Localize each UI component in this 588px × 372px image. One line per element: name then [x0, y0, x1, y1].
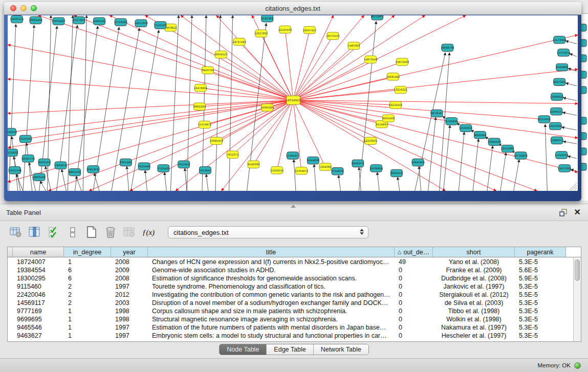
citation-edge-black[interactable]	[68, 15, 73, 191]
graph-node[interactable]: 17016504	[555, 151, 568, 159]
column-header-year[interactable]: year	[111, 247, 148, 257]
citation-edge-black[interactable]	[398, 177, 400, 191]
network-view-window[interactable]: citations_edges.txt 12125430122178971973…	[4, 2, 581, 201]
citation-edge-red[interactable]	[293, 90, 401, 100]
table-cell[interactable]: 9115460	[13, 283, 64, 290]
graph-node[interactable]: 11675305	[558, 165, 571, 172]
table-cell[interactable]: 0	[395, 324, 433, 331]
table-cell[interactable]: 5.3E-5	[515, 316, 566, 323]
graph-node[interactable]: 9245012	[390, 169, 402, 177]
table-cell[interactable]: 2009	[111, 267, 148, 274]
graph-node[interactable]: 9227341	[554, 78, 565, 85]
citation-edge-black[interactable]	[127, 166, 129, 191]
graph-node[interactable]: 9244809	[307, 157, 319, 164]
table-cell[interactable]: 9699695	[13, 316, 64, 323]
table-cell[interactable]: Investigating the contribution of common…	[148, 291, 395, 298]
graph-node[interactable]: 7625446	[138, 163, 150, 170]
graph-node[interactable]: 10653287	[52, 17, 65, 25]
graph-node[interactable]: 18016127	[214, 51, 228, 58]
citation-edge-black[interactable]	[314, 164, 316, 191]
graph-node[interactable]: 12093822	[550, 93, 563, 100]
graph-node[interactable]: 6466100	[94, 17, 105, 25]
graph-node[interactable]: 10995459	[210, 137, 223, 144]
graph-node[interactable]: 13216221	[394, 86, 407, 93]
column-header-pagerank[interactable]: pagerank	[515, 247, 566, 257]
table-row[interactable]: 977716911998Corpus callosum shape and si…	[8, 307, 573, 315]
citation-edge-black[interactable]	[40, 181, 46, 191]
graph-node[interactable]: 7515520	[155, 21, 166, 29]
citation-edge-black[interactable]	[500, 152, 506, 191]
graph-node[interactable]: 8679197	[431, 110, 443, 117]
citation-edge-black[interactable]	[571, 169, 577, 171]
column-header-short[interactable]: short	[433, 247, 515, 257]
column-header-name[interactable]: name	[13, 247, 64, 257]
graph-node[interactable]: 10942433	[488, 138, 501, 145]
table-cell[interactable]: 1997	[111, 283, 148, 290]
graph-node[interactable]: 18300295	[260, 104, 274, 111]
table-row[interactable]: 1830029562008Estimation of significance …	[8, 274, 573, 282]
citation-edge-black[interactable]	[568, 68, 577, 71]
table-cell[interactable]: 14569117	[13, 299, 64, 307]
table-cell[interactable]: 2	[64, 283, 111, 290]
citation-edge-black[interactable]	[570, 54, 577, 57]
memory-ok-icon[interactable]	[574, 362, 581, 369]
citation-edge-black[interactable]	[562, 113, 577, 116]
graph-node[interactable]: 10505536	[8, 167, 21, 174]
graph-node[interactable]: 19737493	[232, 38, 246, 46]
table-cell[interactable]: Genome-wide association studies in ADHD.	[148, 267, 395, 274]
table-row[interactable]: 946362711997Embryonic stem cells: a mode…	[8, 332, 573, 340]
show-column-icon[interactable]	[28, 226, 41, 239]
table-cell[interactable]: 5.5E-5	[515, 291, 566, 298]
table-cell[interactable]: 1998	[111, 308, 148, 315]
table-cell[interactable]: 1	[64, 258, 111, 266]
table-cell[interactable]: 5.3E-5	[515, 324, 566, 331]
graph-node[interactable]: 10945404	[411, 159, 425, 166]
table-vertical-scrollbar[interactable]	[573, 258, 581, 341]
citation-edge-red[interactable]	[293, 35, 578, 100]
table-row[interactable]: 911546021997Tourette syndrome. Phenomeno…	[8, 282, 573, 291]
citation-edge-black[interactable]	[428, 117, 436, 191]
citation-edge-black[interactable]	[563, 98, 577, 101]
table-cell[interactable]: 9465546	[13, 324, 64, 331]
graph-node[interactable]: 10732804	[514, 152, 527, 159]
table-cell[interactable]: 5.6E-5	[515, 267, 566, 274]
graph-node[interactable]: 10973493	[396, 58, 409, 65]
table-cell[interactable]: 1998	[111, 316, 148, 323]
graph-node[interactable]: 8215958	[538, 116, 550, 123]
citation-edge-red[interactable]	[208, 70, 293, 100]
graph-node[interactable]: 11173328	[553, 36, 566, 43]
citation-edge-black[interactable]	[16, 174, 23, 191]
graph-node[interactable]: 10764873	[295, 167, 308, 174]
citation-edge-black[interactable]	[23, 25, 34, 191]
graph-node[interactable]: 7905859	[55, 162, 67, 169]
citation-edge-black[interactable]	[565, 83, 577, 86]
graph-node[interactable]: 18495492	[386, 73, 400, 80]
graph-node[interactable]: 15992071	[550, 137, 563, 144]
graph-node[interactable]: 15154975	[198, 121, 211, 128]
graph-node[interactable]: 18753105	[326, 32, 339, 39]
graph-node[interactable]: 20813035	[86, 166, 100, 173]
graph-node[interactable]: 15184457	[286, 152, 299, 159]
citation-edge-black[interactable]	[9, 24, 16, 191]
graph-node[interactable]: 9505493	[383, 115, 395, 122]
table-cell[interactable]: 5.3E-5	[515, 258, 566, 266]
citation-edge-black[interactable]	[83, 15, 86, 191]
citation-edge-black[interactable]	[473, 139, 478, 191]
table-cell[interactable]: 2	[64, 291, 111, 298]
graph-node[interactable]: 14595656	[459, 124, 472, 132]
graph-node[interactable]: 15751874	[557, 49, 570, 56]
table-cell[interactable]: Estimation of significance thresholds fo…	[148, 275, 395, 282]
graph-node[interactable]: 16210643	[549, 122, 562, 129]
graph-node[interactable]: 9245071	[352, 160, 364, 167]
select-rows-icon[interactable]	[47, 226, 60, 239]
citation-edge-black[interactable]	[377, 172, 379, 191]
column-header-indegree[interactable]: in_degree	[64, 247, 111, 257]
table-cell[interactable]: Nakamura et al. (1997)	[433, 324, 515, 331]
citation-edge-red[interactable]	[285, 30, 293, 100]
citation-edge-black[interactable]	[12, 137, 18, 191]
graph-node[interactable]: 9806284	[474, 132, 486, 139]
table-cell[interactable]: 0	[395, 283, 433, 290]
graph-node[interactable]: 8962284	[193, 103, 205, 110]
tab-node-table[interactable]: Node Table	[220, 344, 266, 355]
citation-edge-black[interactable]	[419, 166, 421, 191]
